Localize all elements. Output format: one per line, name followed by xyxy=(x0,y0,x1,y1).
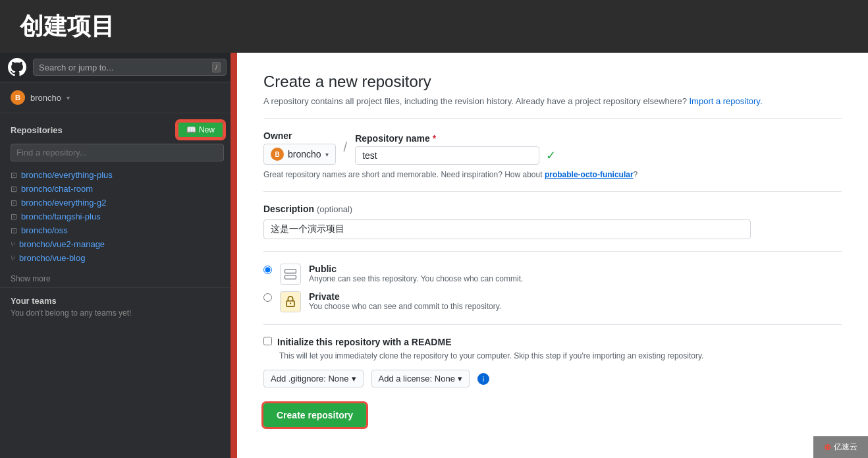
repos-header: Repositories 📖 New xyxy=(11,121,224,138)
private-label: Private xyxy=(309,291,842,302)
public-icon xyxy=(280,264,301,285)
page-title: Create a new repository xyxy=(263,72,842,91)
owner-select[interactable]: B broncho ▾ xyxy=(263,144,336,165)
public-option-content: Public Anyone can see this repository. Y… xyxy=(309,264,842,283)
info-icon[interactable]: i xyxy=(477,373,489,385)
avatar-initials: B xyxy=(15,94,20,101)
list-item[interactable]: ⑂ broncho/vue-blog xyxy=(11,251,224,265)
gitignore-dropdown[interactable]: Add .gitignore: None ▾ xyxy=(263,370,364,387)
private-option: Private You choose who can see and commi… xyxy=(263,291,842,312)
repo-icon: ⊡ xyxy=(11,212,17,221)
license-label: Add a license: None xyxy=(379,374,455,384)
list-item[interactable]: ⊡ broncho/tangshi-plus xyxy=(11,210,224,223)
yisu-logo: ⊕ xyxy=(824,442,831,452)
banner-title: 创建项目 xyxy=(20,11,115,43)
find-repository-input[interactable] xyxy=(11,144,224,161)
repo-name-hint: Great repository names are short and mem… xyxy=(263,170,842,179)
list-item[interactable]: ⑂ broncho/vue2-manage xyxy=(11,237,224,251)
repo-name-group: Repository name * ✓ xyxy=(355,133,556,165)
bottom-bar: ⊕ 亿速云 xyxy=(813,436,868,458)
search-box[interactable]: Search or jump to... / xyxy=(33,59,227,76)
repositories-label: Repositories xyxy=(11,125,63,135)
optional-label: (optional) xyxy=(317,204,352,214)
main-area: Search or jump to... / B broncho ▾ Repos… xyxy=(0,53,868,458)
owner-chevron-icon: ▾ xyxy=(325,151,329,158)
create-repository-button[interactable]: Create repository xyxy=(263,403,366,427)
repo-icon: ⊡ xyxy=(11,226,17,235)
create-repo-label: Create repository xyxy=(277,410,353,420)
sidebar: Search or jump to... / B broncho ▾ Repos… xyxy=(0,53,237,458)
repo-name-label: Repository name * xyxy=(355,133,556,144)
repo-icon: ⊡ xyxy=(11,198,17,208)
repo-link[interactable]: broncho/vue-blog xyxy=(19,253,85,263)
repo-link[interactable]: broncho/everything-g2 xyxy=(21,198,106,208)
import-repository-link[interactable]: Import a repository. xyxy=(690,96,763,106)
sidebar-right-bar xyxy=(231,53,234,458)
new-repository-button[interactable]: 📖 New xyxy=(177,121,224,138)
user-name: broncho xyxy=(30,93,61,103)
required-star: * xyxy=(433,133,436,144)
gitignore-label: Add .gitignore: None xyxy=(271,374,349,384)
description-input[interactable] xyxy=(263,219,751,239)
owner-avatar: B xyxy=(271,148,284,161)
repo-link[interactable]: broncho/tangshi-plus xyxy=(21,212,101,221)
yisu-text: 亿速云 xyxy=(834,442,857,453)
fork-icon: ⑂ xyxy=(11,240,15,249)
teams-description: You don't belong to any teams yet! xyxy=(11,308,224,318)
license-dropdown[interactable]: Add a license: None ▾ xyxy=(371,370,470,387)
readme-label: Initialize this repository with a README xyxy=(277,337,451,347)
user-section[interactable]: B broncho ▾ xyxy=(0,82,234,113)
chevron-down-icon: ▾ xyxy=(67,94,70,101)
search-placeholder: Search or jump to... xyxy=(39,63,113,72)
private-desc: You choose who can see and commit to thi… xyxy=(309,302,842,311)
readme-checkbox-row: Initialize this repository with a README xyxy=(263,337,842,347)
public-option: Public Anyone can see this repository. Y… xyxy=(263,264,842,285)
list-item[interactable]: ⊡ broncho/chat-room xyxy=(11,182,224,196)
repo-link[interactable]: broncho/vue2-manage xyxy=(19,239,105,249)
page-description: A repository contains all project files,… xyxy=(263,96,842,106)
teams-label: Your teams xyxy=(11,296,224,306)
owner-label: Owner xyxy=(263,130,336,141)
list-item[interactable]: ⊡ broncho/everything-g2 xyxy=(11,196,224,210)
gitignore-chevron-icon: ▾ xyxy=(352,374,356,384)
private-radio[interactable] xyxy=(263,293,272,302)
book-icon: 📖 xyxy=(186,125,196,134)
repo-link[interactable]: broncho/oss xyxy=(21,225,68,235)
repo-link[interactable]: broncho/everything-plus xyxy=(21,170,113,180)
owner-name: broncho xyxy=(288,149,321,159)
readme-section: Initialize this repository with a README… xyxy=(263,337,842,360)
public-radio[interactable] xyxy=(263,266,272,274)
fork-icon: ⑂ xyxy=(11,254,15,263)
owner-group: Owner B broncho ▾ xyxy=(263,130,336,165)
list-item[interactable]: ⊡ broncho/oss xyxy=(11,223,224,237)
repo-name-input[interactable] xyxy=(355,146,539,165)
repo-list: ⊡ broncho/everything-plus ⊡ broncho/chat… xyxy=(11,168,224,265)
visibility-section: Public Anyone can see this repository. Y… xyxy=(263,264,842,312)
description-group: Description (optional) xyxy=(263,204,842,239)
check-icon: ✓ xyxy=(546,148,556,163)
divider-4 xyxy=(263,324,842,325)
divider-3 xyxy=(263,251,842,252)
github-logo-icon xyxy=(8,58,26,76)
top-banner: 创建项目 xyxy=(0,0,868,53)
repo-link[interactable]: broncho/chat-room xyxy=(21,184,93,194)
new-button-label: New xyxy=(199,125,215,134)
divider-2 xyxy=(263,191,842,192)
suggestion-link[interactable]: probable-octo-funicular xyxy=(545,170,634,179)
owner-repo-row: Owner B broncho ▾ / Repository name * ✓ xyxy=(263,130,842,165)
list-item[interactable]: ⊡ broncho/everything-plus xyxy=(11,168,224,182)
divider xyxy=(263,118,842,119)
show-more-button[interactable]: Show more xyxy=(0,270,234,287)
repos-section: Repositories 📖 New ⊡ broncho/everything-… xyxy=(0,113,234,270)
repo-icon: ⊡ xyxy=(11,171,17,180)
public-desc: Anyone can see this repository. You choo… xyxy=(309,274,842,283)
readme-checkbox[interactable] xyxy=(263,337,272,345)
repo-icon: ⊡ xyxy=(11,185,17,194)
slash-separator: / xyxy=(344,140,348,155)
teams-section: Your teams You don't belong to any teams… xyxy=(0,287,234,326)
avatar: B xyxy=(11,90,25,105)
private-option-content: Private You choose who can see and commi… xyxy=(309,291,842,311)
gitignore-license-row: Add .gitignore: None ▾ Add a license: No… xyxy=(263,370,842,387)
license-chevron-icon: ▾ xyxy=(458,374,462,384)
main-content: Create a new repository A repository con… xyxy=(237,53,868,458)
